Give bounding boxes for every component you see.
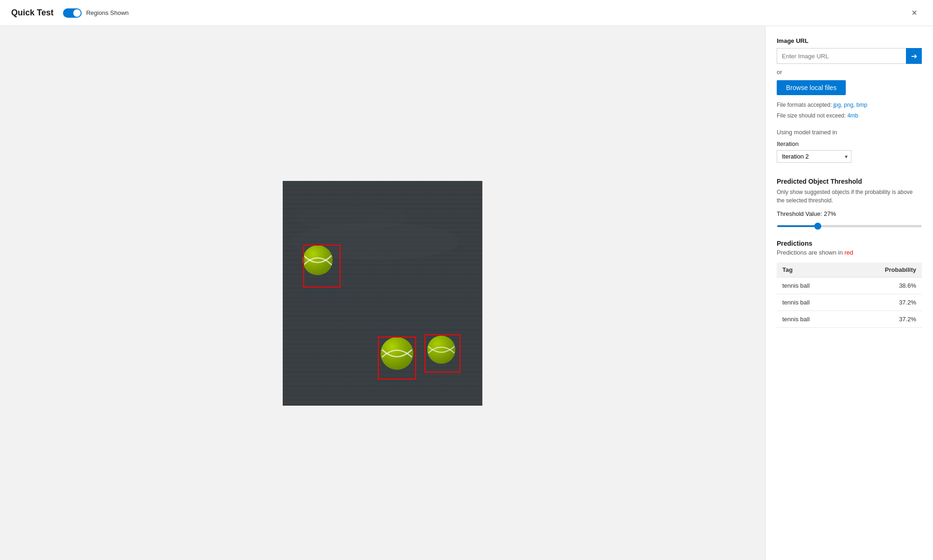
file-size-value: 4mb xyxy=(847,112,858,119)
tag-cell: tennis ball xyxy=(777,277,846,294)
table-row: tennis ball 37.2% xyxy=(777,311,922,328)
col-tag: Tag xyxy=(777,263,846,277)
probability-cell: 38.6% xyxy=(846,277,922,294)
col-probability: Probability xyxy=(846,263,922,277)
svg-point-63 xyxy=(381,337,413,370)
model-trained-label: Using model trained in xyxy=(777,129,922,136)
file-formats-label: File formats accepted: xyxy=(777,102,832,108)
or-text: or xyxy=(777,69,922,76)
threshold-title: Predicted Object Threshold xyxy=(777,178,922,185)
table-header-row: Tag Probability xyxy=(777,263,922,277)
tennis-image xyxy=(283,181,482,406)
svg-point-61 xyxy=(303,245,333,275)
toggle-label: Regions Shown xyxy=(86,9,129,16)
predictions-title: Predictions xyxy=(777,240,922,247)
threshold-value-label: Threshold Value: 27% xyxy=(777,210,922,217)
file-size-info: File size should not exceed: 4mb xyxy=(777,111,922,120)
tag-cell: tennis ball xyxy=(777,294,846,311)
predictions-table: Tag Probability tennis ball 38.6% tennis… xyxy=(777,263,922,328)
file-formats-info: File formats accepted: jpg, png, bmp xyxy=(777,101,922,110)
tag-cell: tennis ball xyxy=(777,311,846,328)
right-panel: Image URL ➔ or Browse local files File f… xyxy=(765,26,933,560)
table-row: tennis ball 37.2% xyxy=(777,294,922,311)
threshold-desc: Only show suggested objects if the proba… xyxy=(777,188,922,205)
iteration-select[interactable]: Iteration 1 Iteration 2 Iteration 3 xyxy=(777,150,851,163)
probability-cell: 37.2% xyxy=(846,311,922,328)
image-area xyxy=(0,26,765,560)
predictions-color-label: red xyxy=(844,249,853,256)
url-submit-button[interactable]: ➔ xyxy=(906,48,922,64)
image-url-label: Image URL xyxy=(777,37,922,44)
browse-local-files-button[interactable]: Browse local files xyxy=(777,80,846,95)
regions-shown-toggle[interactable] xyxy=(63,8,82,18)
image-url-input[interactable] xyxy=(777,48,906,64)
threshold-slider-container xyxy=(777,221,922,228)
iteration-select-wrapper: Iteration 1 Iteration 2 Iteration 3 xyxy=(777,150,851,163)
threshold-section: Predicted Object Threshold Only show sug… xyxy=(777,178,922,228)
header: Quick Test Regions Shown × xyxy=(0,0,933,26)
predictions-subtitle: Predictions are shown in red xyxy=(777,249,922,256)
toggle-container: Regions Shown xyxy=(63,8,129,18)
svg-point-65 xyxy=(427,336,455,364)
toggle-knob xyxy=(73,9,81,17)
predictions-section: Predictions Predictions are shown in red… xyxy=(777,240,922,328)
main-layout: Image URL ➔ or Browse local files File f… xyxy=(0,26,933,560)
file-formats-links: jpg, png, bmp xyxy=(833,102,867,108)
close-button[interactable]: × xyxy=(907,6,922,21)
iteration-label: Iteration xyxy=(777,140,922,147)
file-size-label: File size should not exceed: xyxy=(777,112,846,119)
page-title: Quick Test xyxy=(11,8,54,18)
probability-cell: 37.2% xyxy=(846,294,922,311)
threshold-slider[interactable] xyxy=(777,225,922,227)
svg-point-59 xyxy=(297,207,409,230)
image-container xyxy=(283,181,482,406)
table-row: tennis ball 38.6% xyxy=(777,277,922,294)
url-input-row: ➔ xyxy=(777,48,922,64)
